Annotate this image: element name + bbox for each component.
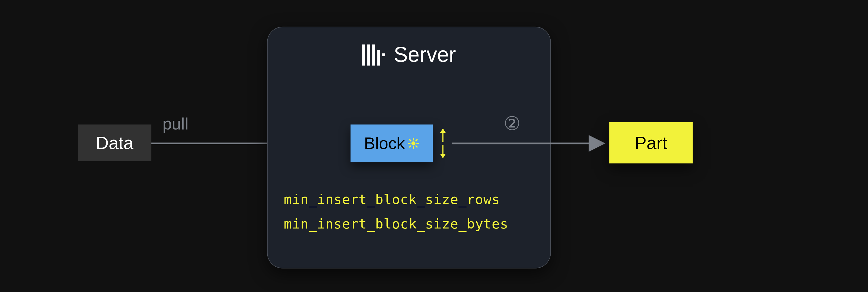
gear-icon [407, 138, 420, 150]
arrow1-label: pull [162, 114, 188, 134]
data-node: Data [78, 124, 151, 161]
diagram-canvas: Data pull ① Server Block [0, 0, 868, 292]
vertical-resize-icon [436, 124, 450, 162]
part-node: Part [609, 122, 692, 164]
part-node-label: Part [635, 133, 667, 153]
arrow-block-to-part [452, 138, 609, 149]
server-title: Server [268, 43, 550, 67]
setting-rows: min_insert_block_size_rows [284, 192, 508, 207]
data-node-label: Data [96, 133, 133, 153]
block-node-label: Block [364, 134, 405, 153]
step-2-marker: ② [501, 112, 523, 135]
svg-point-1 [412, 142, 415, 145]
clickhouse-logo-icon [362, 44, 385, 65]
setting-bytes: min_insert_block_size_bytes [284, 216, 508, 232]
settings-list: min_insert_block_size_rows min_insert_bl… [284, 192, 508, 232]
server-title-text: Server [394, 43, 456, 67]
block-node: Block [351, 124, 433, 162]
